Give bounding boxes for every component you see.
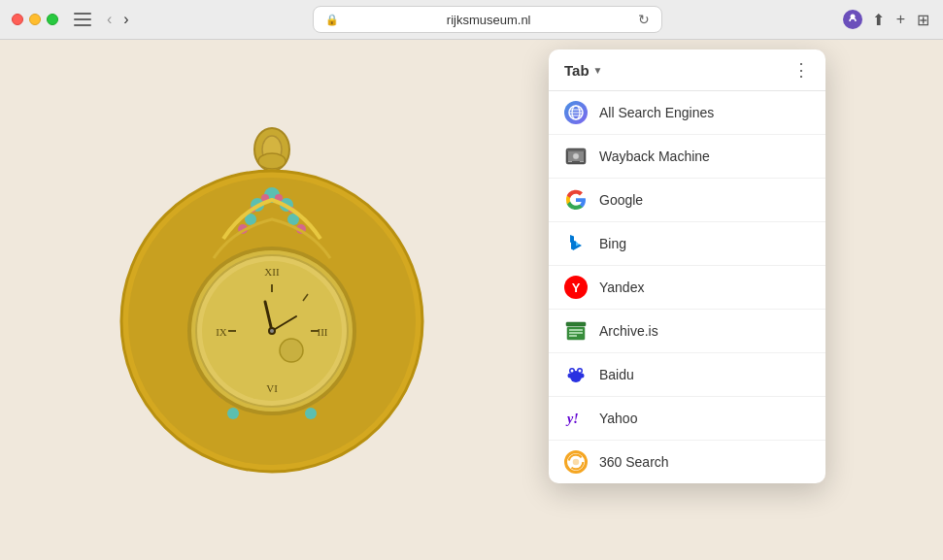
item-label: Bing bbox=[599, 236, 626, 251]
maximize-button[interactable] bbox=[47, 14, 58, 25]
baidu-icon bbox=[564, 363, 588, 386]
svg-rect-64 bbox=[569, 335, 577, 337]
item-label: Yandex bbox=[599, 280, 644, 295]
svg-point-57 bbox=[573, 153, 579, 159]
lock-icon: 🔒 bbox=[325, 14, 339, 26]
svg-point-48 bbox=[280, 339, 303, 362]
list-item[interactable]: 360 Search bbox=[549, 441, 825, 483]
tabs-button[interactable]: ⊞ bbox=[915, 9, 931, 31]
item-label: 360 Search bbox=[599, 454, 669, 470]
360-search-icon bbox=[564, 450, 588, 474]
svg-point-47 bbox=[270, 329, 274, 333]
svg-rect-63 bbox=[569, 332, 583, 334]
extension-icon[interactable] bbox=[843, 10, 862, 29]
chevron-down-icon: ▼ bbox=[593, 65, 603, 76]
svg-point-69 bbox=[580, 374, 585, 379]
bing-icon bbox=[564, 232, 588, 255]
forward-button[interactable]: › bbox=[119, 10, 132, 29]
nav-buttons: ‹ › bbox=[103, 10, 133, 29]
yahoo-icon: y! bbox=[564, 407, 588, 430]
svg-text:XII: XII bbox=[264, 266, 280, 278]
sidebar-toggle[interactable] bbox=[74, 13, 91, 26]
svg-point-70 bbox=[571, 370, 574, 373]
svg-point-31 bbox=[227, 408, 239, 419]
svg-point-71 bbox=[579, 370, 582, 373]
svg-point-3 bbox=[258, 153, 286, 169]
google-icon bbox=[564, 188, 588, 212]
svg-rect-59 bbox=[580, 161, 584, 162]
list-item[interactable]: Archive.is bbox=[549, 310, 825, 353]
list-item[interactable]: Google bbox=[549, 179, 825, 222]
wayback-machine-icon bbox=[564, 145, 588, 168]
svg-text:IX: IX bbox=[216, 326, 227, 338]
list-item[interactable]: Baidu bbox=[549, 353, 825, 397]
search-engines-dropdown: Tab ▼ ⋮ All Search Engines bbox=[549, 49, 825, 483]
list-item[interactable]: Y Yandex bbox=[549, 266, 825, 310]
more-options-button[interactable]: ⋮ bbox=[792, 61, 810, 79]
svg-text:VI: VI bbox=[266, 382, 278, 394]
list-item[interactable]: y! Yahoo bbox=[549, 397, 825, 441]
svg-rect-58 bbox=[568, 161, 572, 162]
svg-point-68 bbox=[568, 374, 573, 379]
item-label: Archive.is bbox=[599, 323, 658, 339]
share-button[interactable]: ⬆ bbox=[870, 9, 887, 31]
address-bar-container: 🔒 rijksmuseum.nl ↻ bbox=[141, 6, 835, 33]
title-bar: ‹ › 🔒 rijksmuseum.nl ↻ ⬆ + ⊞ bbox=[0, 0, 943, 39]
svg-rect-62 bbox=[569, 329, 583, 331]
svg-text:y!: y! bbox=[565, 412, 579, 426]
list-item[interactable]: All Search Engines bbox=[549, 91, 825, 135]
yandex-icon: Y bbox=[564, 276, 588, 299]
item-label: Yahoo bbox=[599, 411, 637, 426]
search-engines-list: All Search Engines Wayback Machine bbox=[549, 91, 825, 483]
minimize-button[interactable] bbox=[29, 14, 41, 25]
svg-rect-56 bbox=[567, 149, 585, 151]
globe-icon bbox=[564, 101, 588, 124]
tab-text: Tab bbox=[564, 62, 589, 79]
svg-text:III: III bbox=[318, 326, 328, 338]
close-button[interactable] bbox=[12, 14, 23, 25]
extension-svg bbox=[846, 13, 859, 26]
list-item[interactable]: Wayback Machine bbox=[549, 135, 825, 179]
dropdown-header: Tab ▼ ⋮ bbox=[549, 49, 825, 91]
watch-svg: XII III VI IX bbox=[107, 93, 437, 501]
watch-image: XII III VI IX bbox=[49, 59, 495, 535]
browser-chrome: ‹ › 🔒 rijksmuseum.nl ↻ ⬆ + ⊞ bbox=[0, 0, 943, 40]
back-button[interactable]: ‹ bbox=[103, 10, 116, 29]
refresh-button[interactable]: ↻ bbox=[638, 12, 650, 27]
item-label: Wayback Machine bbox=[599, 148, 710, 164]
address-bar[interactable]: 🔒 rijksmuseum.nl ↻ bbox=[313, 6, 662, 33]
item-label: All Search Engines bbox=[599, 105, 714, 120]
toolbar-right: ⬆ + ⊞ bbox=[870, 9, 931, 31]
list-item[interactable]: Bing bbox=[549, 222, 825, 266]
item-label: Baidu bbox=[599, 367, 634, 382]
svg-point-32 bbox=[305, 408, 317, 419]
archive-icon bbox=[564, 319, 588, 343]
svg-rect-60 bbox=[566, 322, 586, 326]
tab-label: Tab ▼ bbox=[564, 62, 602, 79]
url-text: rijksmuseum.nl bbox=[345, 13, 632, 27]
traffic-lights bbox=[12, 14, 58, 25]
svg-point-74 bbox=[573, 459, 580, 466]
item-label: Google bbox=[599, 192, 643, 208]
page-content: XII III VI IX Tab ▼ ⋮ bbox=[0, 40, 943, 560]
new-tab-button[interactable]: + bbox=[894, 9, 907, 30]
